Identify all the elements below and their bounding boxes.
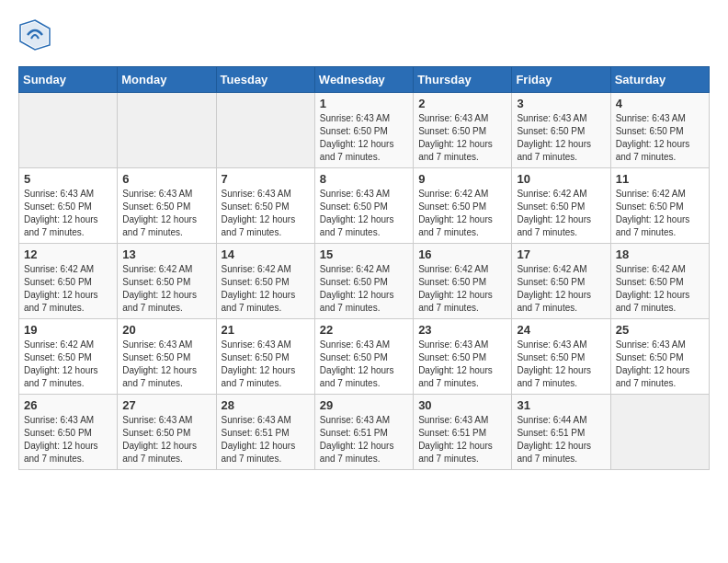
weekday-header-sunday: Sunday [19,67,118,93]
day-number: 24 [517,323,605,337]
calendar-cell: 15Sunrise: 6:42 AMSunset: 6:50 PMDayligh… [314,244,413,319]
calendar-cell: 5Sunrise: 6:43 AMSunset: 6:50 PMDaylight… [19,168,118,244]
day-number: 23 [418,323,506,337]
calendar-week-row: 1Sunrise: 6:43 AMSunset: 6:50 PMDaylight… [19,93,710,168]
calendar-cell: 6Sunrise: 6:43 AMSunset: 6:50 PMDaylight… [118,168,216,244]
calendar-cell: 19Sunrise: 6:42 AMSunset: 6:50 PMDayligh… [19,319,118,395]
calendar-cell [118,93,216,168]
day-info: Sunrise: 6:43 AMSunset: 6:50 PMDaylight:… [517,112,605,164]
day-info: Sunrise: 6:43 AMSunset: 6:50 PMDaylight:… [320,339,408,390]
calendar-week-row: 5Sunrise: 6:43 AMSunset: 6:50 PMDaylight… [19,168,710,244]
day-number: 16 [418,247,506,261]
day-number: 17 [517,247,605,261]
day-number: 20 [122,323,210,337]
day-info: Sunrise: 6:43 AMSunset: 6:50 PMDaylight:… [222,188,310,239]
day-info: Sunrise: 6:43 AMSunset: 6:50 PMDaylight:… [122,414,210,465]
weekday-header-tuesday: Tuesday [216,67,314,93]
day-info: Sunrise: 6:42 AMSunset: 6:50 PMDaylight:… [24,339,112,390]
calendar-cell [216,93,314,168]
calendar-cell: 1Sunrise: 6:43 AMSunset: 6:50 PMDaylight… [314,93,413,168]
calendar-cell: 17Sunrise: 6:42 AMSunset: 6:50 PMDayligh… [512,244,610,319]
day-info: Sunrise: 6:42 AMSunset: 6:50 PMDaylight:… [616,263,704,315]
calendar-cell: 20Sunrise: 6:43 AMSunset: 6:50 PMDayligh… [118,319,216,395]
weekday-header-saturday: Saturday [610,67,709,93]
weekday-header-monday: Monday [118,67,216,93]
day-info: Sunrise: 6:43 AMSunset: 6:50 PMDaylight:… [122,339,210,390]
day-number: 13 [122,247,210,261]
day-number: 22 [320,323,408,337]
calendar-cell: 8Sunrise: 6:43 AMSunset: 6:50 PMDaylight… [314,168,413,244]
day-info: Sunrise: 6:42 AMSunset: 6:50 PMDaylight:… [222,263,310,315]
calendar-cell: 30Sunrise: 6:43 AMSunset: 6:51 PMDayligh… [414,395,512,470]
calendar-table: SundayMondayTuesdayWednesdayThursdayFrid… [18,66,710,470]
calendar-cell: 25Sunrise: 6:43 AMSunset: 6:50 PMDayligh… [610,319,709,395]
calendar-cell: 14Sunrise: 6:42 AMSunset: 6:50 PMDayligh… [216,244,314,319]
logo [18,18,57,52]
day-number: 8 [320,172,408,186]
calendar-cell: 26Sunrise: 6:43 AMSunset: 6:50 PMDayligh… [19,395,118,470]
calendar-cell: 28Sunrise: 6:43 AMSunset: 6:51 PMDayligh… [216,395,314,470]
day-number: 18 [616,247,704,261]
weekday-header-row: SundayMondayTuesdayWednesdayThursdayFrid… [19,67,710,93]
calendar-cell: 29Sunrise: 6:43 AMSunset: 6:51 PMDayligh… [314,395,413,470]
day-info: Sunrise: 6:42 AMSunset: 6:50 PMDaylight:… [320,263,408,315]
day-number: 29 [320,398,408,412]
page-header [18,18,710,52]
day-info: Sunrise: 6:43 AMSunset: 6:51 PMDaylight:… [320,414,408,465]
day-number: 7 [222,172,310,186]
calendar-week-row: 19Sunrise: 6:42 AMSunset: 6:50 PMDayligh… [19,319,710,395]
weekday-header-friday: Friday [512,67,610,93]
calendar-cell: 11Sunrise: 6:42 AMSunset: 6:50 PMDayligh… [610,168,709,244]
calendar-cell: 18Sunrise: 6:42 AMSunset: 6:50 PMDayligh… [610,244,709,319]
calendar-cell [610,395,709,470]
day-number: 15 [320,247,408,261]
day-info: Sunrise: 6:43 AMSunset: 6:50 PMDaylight:… [24,188,112,239]
day-info: Sunrise: 6:42 AMSunset: 6:50 PMDaylight:… [517,188,605,239]
day-info: Sunrise: 6:44 AMSunset: 6:51 PMDaylight:… [517,414,605,465]
day-info: Sunrise: 6:43 AMSunset: 6:50 PMDaylight:… [517,339,605,390]
weekday-header-wednesday: Wednesday [314,67,413,93]
weekday-header-thursday: Thursday [414,67,512,93]
day-info: Sunrise: 6:43 AMSunset: 6:50 PMDaylight:… [616,112,704,164]
day-number: 6 [122,172,210,186]
calendar-cell: 21Sunrise: 6:43 AMSunset: 6:50 PMDayligh… [216,319,314,395]
day-number: 31 [517,398,605,412]
calendar-cell: 27Sunrise: 6:43 AMSunset: 6:50 PMDayligh… [118,395,216,470]
day-info: Sunrise: 6:43 AMSunset: 6:50 PMDaylight:… [122,188,210,239]
day-info: Sunrise: 6:42 AMSunset: 6:50 PMDaylight:… [122,263,210,315]
calendar-cell: 9Sunrise: 6:42 AMSunset: 6:50 PMDaylight… [414,168,512,244]
day-info: Sunrise: 6:43 AMSunset: 6:50 PMDaylight:… [24,414,112,465]
day-info: Sunrise: 6:42 AMSunset: 6:50 PMDaylight:… [418,188,506,239]
day-number: 9 [418,172,506,186]
calendar-cell: 24Sunrise: 6:43 AMSunset: 6:50 PMDayligh… [512,319,610,395]
day-number: 1 [320,97,408,110]
day-number: 27 [122,398,210,412]
day-info: Sunrise: 6:42 AMSunset: 6:50 PMDaylight:… [418,263,506,315]
logo-icon [18,18,51,52]
calendar-cell: 13Sunrise: 6:42 AMSunset: 6:50 PMDayligh… [118,244,216,319]
day-info: Sunrise: 6:43 AMSunset: 6:50 PMDaylight:… [418,339,506,390]
day-number: 14 [222,247,310,261]
calendar-cell: 4Sunrise: 6:43 AMSunset: 6:50 PMDaylight… [610,93,709,168]
calendar-cell: 22Sunrise: 6:43 AMSunset: 6:50 PMDayligh… [314,319,413,395]
day-info: Sunrise: 6:43 AMSunset: 6:50 PMDaylight:… [320,112,408,164]
day-info: Sunrise: 6:43 AMSunset: 6:50 PMDaylight:… [222,339,310,390]
calendar-week-row: 26Sunrise: 6:43 AMSunset: 6:50 PMDayligh… [19,395,710,470]
calendar-cell: 12Sunrise: 6:42 AMSunset: 6:50 PMDayligh… [19,244,118,319]
day-number: 4 [616,97,704,110]
day-info: Sunrise: 6:43 AMSunset: 6:50 PMDaylight:… [320,188,408,239]
day-number: 26 [24,398,112,412]
calendar-cell: 3Sunrise: 6:43 AMSunset: 6:50 PMDaylight… [512,93,610,168]
day-info: Sunrise: 6:43 AMSunset: 6:51 PMDaylight:… [418,414,506,465]
calendar-cell: 10Sunrise: 6:42 AMSunset: 6:50 PMDayligh… [512,168,610,244]
day-number: 10 [517,172,605,186]
day-number: 12 [24,247,112,261]
day-number: 3 [517,97,605,110]
day-number: 21 [222,323,310,337]
calendar-week-row: 12Sunrise: 6:42 AMSunset: 6:50 PMDayligh… [19,244,710,319]
day-number: 25 [616,323,704,337]
day-info: Sunrise: 6:43 AMSunset: 6:50 PMDaylight:… [418,112,506,164]
day-number: 30 [418,398,506,412]
calendar-cell: 31Sunrise: 6:44 AMSunset: 6:51 PMDayligh… [512,395,610,470]
day-number: 28 [222,398,310,412]
